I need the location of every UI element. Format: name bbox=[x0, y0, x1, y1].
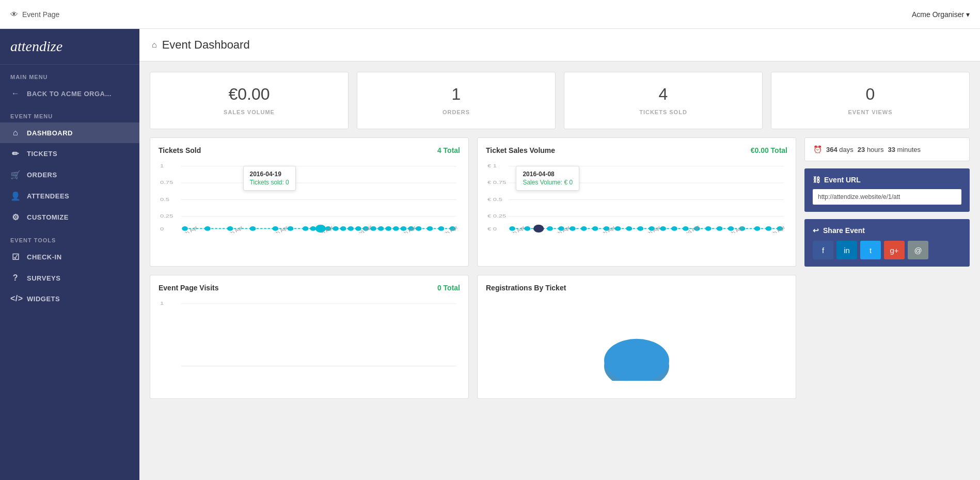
sales-volume-value: €0.00 bbox=[161, 85, 338, 104]
svg-text:10th Apr: 10th Apr bbox=[178, 225, 199, 233]
topbar: 👁 Event Page Acme Organiser ▾ bbox=[0, 0, 980, 29]
share-event-title: Share Event bbox=[823, 226, 865, 235]
svg-text:0.5: 0.5 bbox=[160, 196, 169, 202]
sidebar-item-tickets[interactable]: ✏ TICKETS bbox=[0, 143, 139, 164]
event-url-title-row: ⛓ Event URL bbox=[813, 176, 961, 184]
svg-text:1: 1 bbox=[160, 301, 164, 306]
customize-icon: ⚙ bbox=[10, 212, 21, 222]
right-column: ⏰ 364 days 23 hours 33 minutes bbox=[804, 137, 970, 267]
share-facebook-button[interactable]: f bbox=[813, 241, 833, 259]
svg-text:25th Apr: 25th Apr bbox=[724, 225, 746, 233]
tickets-sold-tooltip: 2016-04-19 Tickets sold: 0 bbox=[243, 166, 296, 191]
share-event-title-row: ↩ Share Event bbox=[813, 226, 961, 235]
surveys-icon: ? bbox=[10, 273, 21, 283]
main-menu-label: MAIN MENU bbox=[0, 65, 139, 83]
svg-point-69 bbox=[705, 226, 712, 231]
sidebar-item-attendees[interactable]: 👤 ATTENDEES bbox=[0, 185, 139, 207]
page-visits-chart-area: 1 bbox=[159, 298, 460, 381]
sidebar-item-checkin[interactable]: ☑ CHECK-IN bbox=[0, 246, 139, 268]
sidebar-item-widgets[interactable]: </> WIDGETS bbox=[0, 288, 139, 309]
svg-text:19th Apr: 19th Apr bbox=[641, 225, 662, 233]
sidebar-item-dashboard[interactable]: ⌂ DASHBOARD bbox=[0, 122, 139, 143]
event-url-card: ⛓ Event URL bbox=[804, 168, 970, 212]
tickets-sold-chart-area: 1 0.75 0.5 0.25 0 bbox=[159, 161, 460, 243]
orders-label: ORDERS bbox=[27, 171, 57, 179]
back-label: BACK TO ACME ORGA... bbox=[27, 90, 112, 98]
timer-days: 364 days bbox=[826, 146, 853, 153]
orders-value: 1 bbox=[368, 85, 545, 104]
share-event-card: ↩ Share Event f in t g+ @ bbox=[804, 219, 970, 267]
bottom-grid: Event Page Visits 0 Total 1 Regist bbox=[150, 275, 970, 399]
sales-volume-chart-title: Ticket Sales Volume bbox=[486, 146, 555, 154]
event-views-value: 0 bbox=[782, 85, 959, 104]
svg-text:€ 0: € 0 bbox=[487, 226, 497, 231]
share-email-button[interactable]: @ bbox=[908, 241, 928, 259]
page-visits-header: Event Page Visits 0 Total bbox=[159, 284, 460, 292]
sales-volume-header: Ticket Sales Volume €0.00 Total bbox=[486, 146, 787, 154]
orders-icon: 🛒 bbox=[10, 170, 21, 180]
tickets-icon: ✏ bbox=[10, 149, 21, 159]
dashboard: €0.00 SALES VOLUME 1 ORDERS 4 TICKETS SO… bbox=[139, 61, 980, 409]
timer-minutes: 33 minutes bbox=[888, 146, 921, 153]
tickets-sold-svg: 1 0.75 0.5 0.25 0 bbox=[159, 161, 460, 233]
dashboard-icon: ⌂ bbox=[10, 128, 21, 137]
page-visits-svg: 1 bbox=[159, 298, 460, 370]
widgets-label: WIDGETS bbox=[27, 295, 60, 303]
page-visits-total: 0 Total bbox=[437, 284, 460, 292]
svg-text:€ 1: € 1 bbox=[487, 163, 497, 168]
svg-point-59 bbox=[592, 226, 598, 231]
sidebar-item-customize[interactable]: ⚙ CUSTOMIZE bbox=[0, 207, 139, 228]
share-twitter-button[interactable]: t bbox=[860, 241, 881, 259]
sales-volume-total: €0.00 Total bbox=[751, 146, 787, 154]
topbar-left: 👁 Event Page bbox=[10, 10, 59, 19]
link-icon: ⛓ bbox=[813, 176, 820, 184]
svg-text:0: 0 bbox=[160, 226, 164, 231]
registrations-title: Registrations By Ticket bbox=[486, 284, 566, 292]
tooltip-value: Tickets sold: 0 bbox=[250, 179, 289, 186]
event-page-link[interactable]: Event Page bbox=[22, 10, 59, 19]
registrations-header: Registrations By Ticket bbox=[486, 284, 787, 292]
main-grid: Tickets Sold 4 Total 1 0.75 0.5 0.25 0 bbox=[150, 137, 970, 267]
organiser-menu[interactable]: Acme Organiser ▾ bbox=[912, 10, 970, 19]
event-url-input[interactable] bbox=[813, 189, 961, 205]
svg-text:€ 0.75: € 0.75 bbox=[487, 180, 506, 185]
stats-row: €0.00 SALES VOLUME 1 ORDERS 4 TICKETS SO… bbox=[150, 72, 970, 129]
sidebar-item-back[interactable]: ← BACK TO ACME ORGA... bbox=[0, 83, 139, 104]
svg-text:25th Apr: 25th Apr bbox=[397, 225, 418, 233]
share-googleplus-button[interactable]: g+ bbox=[884, 241, 905, 259]
svg-point-66 bbox=[671, 226, 677, 231]
svg-point-74 bbox=[766, 226, 772, 231]
svg-text:€ 0.25: € 0.25 bbox=[487, 213, 506, 218]
svg-text:16th Apr: 16th Apr bbox=[268, 225, 290, 233]
pie-chart-area bbox=[486, 298, 787, 381]
sales-volume-label: SALES VOLUME bbox=[224, 109, 275, 115]
clock-icon: ⏰ bbox=[813, 145, 822, 153]
sidebar-item-orders[interactable]: 🛒 ORDERS bbox=[0, 164, 139, 185]
page-header: ⌂ Event Page Event Dashboard bbox=[139, 29, 980, 61]
pie-svg bbox=[600, 308, 673, 381]
tickets-label: TICKETS bbox=[27, 150, 57, 158]
share-linkedin-button[interactable]: in bbox=[836, 241, 857, 259]
stat-orders: 1 ORDERS bbox=[357, 72, 556, 129]
attendees-label: ATTENDEES bbox=[27, 192, 69, 200]
tickets-sold-header: Tickets Sold 4 Total bbox=[159, 146, 460, 154]
tickets-sold-label: TICKETS SOLD bbox=[639, 109, 687, 115]
timer-card: ⏰ 364 days 23 hours 33 minutes bbox=[804, 137, 970, 161]
stat-sales-volume: €0.00 SALES VOLUME bbox=[150, 72, 349, 129]
svg-text:13th Apr: 13th Apr bbox=[223, 225, 245, 233]
tooltip-date: 2016-04-19 bbox=[250, 171, 289, 178]
svg-text:13th Apr: 13th Apr bbox=[550, 225, 572, 233]
stat-tickets-sold: 4 TICKETS SOLD bbox=[564, 72, 763, 129]
svg-text:10th Apr: 10th Apr bbox=[505, 225, 527, 233]
home-icon: ⌂ bbox=[152, 40, 157, 50]
event-url-title: Event URL bbox=[824, 176, 861, 184]
widgets-icon: </> bbox=[10, 294, 21, 303]
stat-event-views: 0 EVENT VIEWS bbox=[771, 72, 970, 129]
tickets-sold-chart: Tickets Sold 4 Total 1 0.75 0.5 0.25 0 bbox=[150, 137, 469, 267]
svg-point-62 bbox=[626, 226, 633, 231]
sidebar-item-surveys[interactable]: ? SURVEYS bbox=[0, 268, 139, 288]
main-content: ⌂ Event Page Event Dashboard €0.00 SALES… bbox=[139, 29, 980, 480]
svg-text:0.25: 0.25 bbox=[160, 213, 173, 218]
timer-hours: 23 hours bbox=[858, 146, 884, 153]
layout: attendize MAIN MENU ← BACK TO ACME ORGA.… bbox=[0, 29, 980, 480]
